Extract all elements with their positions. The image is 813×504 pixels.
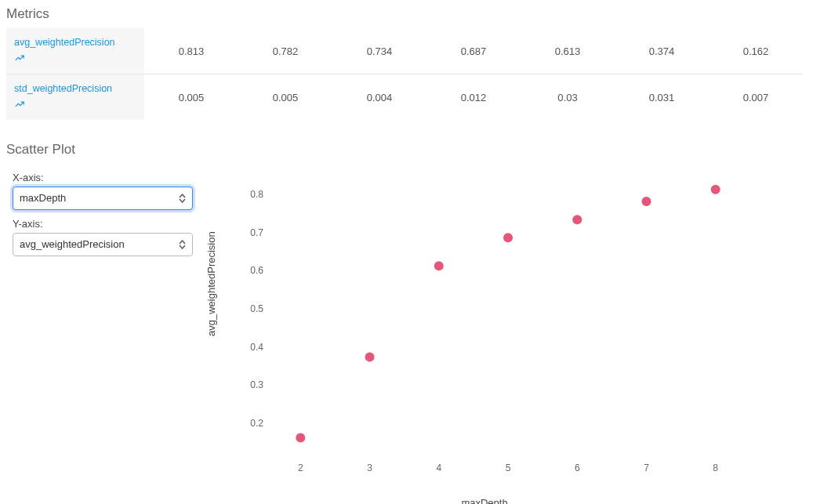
xtick-label: 4 (436, 462, 441, 473)
metric-cell: 0.162 (709, 28, 803, 74)
metric-cell: 0.734 (332, 28, 426, 74)
metric-cell: 0.782 (238, 28, 332, 74)
metric-cell: 0.03 (521, 74, 615, 121)
metric-link[interactable]: std_weightedPrecision (14, 83, 112, 94)
metric-cell: 0.374 (615, 28, 709, 74)
yaxis-label: Y-axis: (13, 218, 179, 230)
xtick-label: 2 (298, 462, 303, 473)
ytick-label: 0.3 (250, 379, 263, 390)
scatter-point (641, 197, 651, 206)
xaxis-label: X-axis: (13, 172, 179, 183)
metrics-heading: Metrics (6, 6, 813, 22)
table-row: std_weightedPrecision0.0050.0050.0040.01… (6, 74, 803, 121)
metric-cell: 0.004 (332, 74, 426, 121)
metric-cell: 0.012 (426, 74, 521, 121)
table-row: avg_weightedPrecision0.8130.7820.7340.68… (6, 28, 803, 74)
ytick-label: 0.2 (250, 418, 263, 429)
scatter-point (711, 185, 720, 194)
metric-cell: 0.005 (238, 74, 332, 121)
scatter-point (503, 233, 513, 242)
xtick-label: 7 (644, 462, 649, 473)
metric-link[interactable]: avg_weightedPrecision (14, 37, 115, 48)
metrics-table: avg_weightedPrecision0.8130.7820.7340.68… (6, 28, 803, 120)
ytick-label: 0.8 (250, 189, 263, 200)
ytick-label: 0.6 (250, 265, 263, 276)
yaxis-select[interactable]: avg_weightedPrecision (13, 233, 193, 256)
xtick-label: 5 (506, 462, 511, 473)
chart-xlabel: maxDepth (210, 497, 759, 504)
metric-cell: 0.007 (709, 74, 803, 121)
ytick-label: 0.7 (250, 227, 263, 238)
metric-row-header: avg_weightedPrecision (6, 28, 144, 74)
metric-cell: 0.613 (521, 28, 615, 74)
xtick-label: 3 (367, 462, 372, 473)
chart-icon[interactable] (14, 53, 140, 66)
xaxis-select[interactable]: maxDepth (13, 187, 193, 210)
metric-cell: 0.005 (144, 74, 238, 121)
scatter-point (434, 261, 444, 270)
scatter-point (365, 352, 375, 361)
scatter-heading: Scatter Plot (6, 142, 813, 158)
scatter-point (296, 433, 305, 443)
scatter-chart: avg_weightedPrecision 0.20.30.40.50.60.7… (210, 164, 759, 504)
metric-row-header: std_weightedPrecision (6, 74, 144, 121)
chart-icon[interactable] (14, 99, 140, 112)
ytick-label: 0.4 (250, 342, 263, 353)
metric-cell: 0.813 (144, 28, 238, 74)
xtick-label: 6 (575, 462, 580, 473)
ytick-label: 0.5 (250, 303, 263, 314)
metric-cell: 0.687 (426, 28, 521, 74)
scatter-controls: X-axis: maxDepth Y-axis: avg_weightedPre… (6, 164, 210, 256)
xtick-label: 8 (713, 462, 718, 473)
scatter-point (572, 215, 582, 224)
metric-cell: 0.031 (615, 74, 709, 121)
